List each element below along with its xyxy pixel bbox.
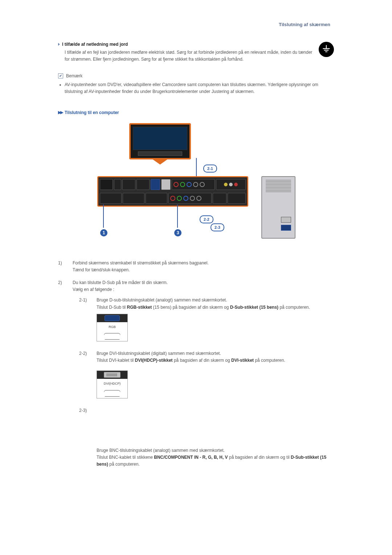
diagram-wire [196, 158, 197, 176]
note-label: Bemærk [66, 73, 82, 78]
double-arrow-icon: ▶▶ [58, 110, 62, 115]
arrow-bullet-icon [58, 43, 60, 46]
connector-figure-dvi: DVI(HDCP) [97, 370, 128, 398]
check-icon: ✔ [58, 73, 63, 78]
step-2: 2) Du kan tilslutte D-Sub på tre måder t… [58, 279, 334, 470]
step-2-1: 2-1) Bruge D-sub-tilslutningskablet (ana… [79, 297, 334, 347]
step-text: Du kan tilslutte D-Sub på tre måder til … [73, 279, 334, 286]
diagram-monitor [129, 123, 191, 159]
step-number: 2-3) [79, 407, 91, 468]
section-heading-ground: I tilfælde af netledning med jord [58, 42, 314, 47]
step-2-3: 2-3) Bruge BNC-tilslutningskablet (analo… [79, 407, 334, 468]
step-number: 2-2) [79, 350, 91, 404]
callout-1: 1 [100, 229, 107, 236]
connector-label: RGB [97, 322, 127, 332]
step-number: 2-1) [79, 297, 91, 347]
connector-figure-rgb: RGB [97, 314, 128, 341]
step-text: Vælg en af følgende : [73, 286, 334, 293]
dvi-port-icon [104, 372, 121, 378]
dsub-outline-icon [104, 333, 121, 340]
diagram-back-panel [97, 176, 248, 207]
page: Tilslutning af skærmen I tilfælde af net… [58, 0, 334, 505]
note-row: ✔ Bemærk [58, 73, 334, 78]
step-text: Tilslut BNC-kablet til stikkene BNC/COMP… [97, 454, 334, 468]
callout-2-2: 2-2 [200, 215, 213, 223]
section-heading-computer: ▶▶ Tilslutning til en computer [58, 110, 334, 115]
step-text: Tænd for tænd/sluk-knappen. [73, 267, 334, 274]
dsub-outline-icon [104, 390, 121, 397]
section-heading-text: Tilslutning til en computer [65, 110, 119, 115]
step-number: 1) [58, 260, 66, 274]
diagram-pc-tower [261, 176, 295, 239]
step-text: Bruge D-sub-tilslutningskablet (analogt)… [97, 297, 334, 304]
callout-3: 3 [174, 229, 181, 236]
note-list: AV-inputenheder som DVD'er, videoafspill… [65, 81, 334, 95]
section-heading-text: I tilfælde af netledning med jord [62, 42, 128, 47]
connection-diagram: 2-1 [58, 122, 334, 249]
page-title: Tilslutning af skærmen [58, 22, 334, 27]
step-2-2: 2-2) Bruge DVI-tilslutningskablet (digit… [79, 350, 334, 404]
step-text: Forbind skærmens strømkabel til strømsti… [73, 260, 334, 267]
note-item: AV-inputenheder som DVD'er, videoafspill… [65, 81, 327, 95]
diagram-wire [177, 204, 178, 228]
diagram-wire [103, 204, 104, 228]
step-number: 2) [58, 279, 66, 470]
step-1: 1) Forbind skærmens strømkabel til strøm… [58, 260, 334, 274]
ground-icon [319, 42, 334, 57]
callout-2-1: 2-1 [203, 165, 217, 173]
connector-label: DVI(HDCP) [97, 379, 127, 388]
callout-2-3: 2-3 [211, 223, 224, 231]
step-text: Tilslut DVI-kablet til DVI(HDCP)-stikket… [97, 357, 334, 364]
step-text: Bruge DVI-tilslutningskablet (digitalt) … [97, 350, 334, 357]
vga-port-icon [105, 315, 120, 321]
step-text: Bruge BNC-tilslutningskablet (analogt) s… [97, 447, 334, 454]
step-text: Tilslut D-Sub til RGB-stikket (15 bens) … [97, 304, 334, 311]
section-body-ground: I tilfælde af en fejl kan jordlederen me… [65, 49, 334, 62]
